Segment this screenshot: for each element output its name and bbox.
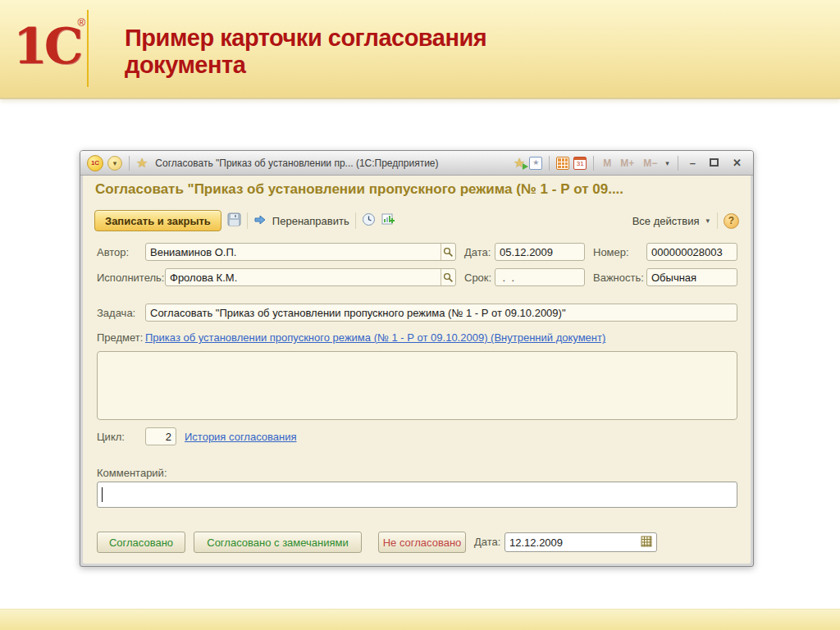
toolbar-separator xyxy=(355,212,356,229)
approved-with-remarks-button[interactable]: Согласовано с замечаниями xyxy=(194,532,362,553)
cycle-label: Цикл: xyxy=(97,431,125,443)
comment-input[interactable] xyxy=(97,482,737,508)
titlebar-separator xyxy=(678,156,678,171)
magnifier-icon xyxy=(443,272,454,283)
subject-label: Предмет: xyxy=(97,331,143,344)
importance-input[interactable]: Обычная xyxy=(646,268,737,286)
all-actions-button[interactable]: Все действия ▾ xyxy=(632,215,711,227)
chevron-down-icon: ▾ xyxy=(704,217,711,225)
footer-date-input[interactable]: 12.12.2009 xyxy=(504,532,657,552)
minimize-button[interactable]: – xyxy=(685,158,701,168)
slide-title-line1: Пример карточки согласования xyxy=(125,25,486,52)
date-input[interactable]: 05.12.2009 xyxy=(495,243,585,261)
memory-m-button[interactable]: М xyxy=(600,158,614,169)
number-label: Номер: xyxy=(593,246,629,258)
titlebar-separator xyxy=(549,156,550,171)
registered-mark: ® xyxy=(77,16,85,29)
slide-title: Пример карточки согласования документа xyxy=(125,25,486,80)
maximize-icon xyxy=(710,158,719,167)
author-input[interactable]: Вениаминов О.П. xyxy=(145,243,456,261)
slide-title-line2: документа xyxy=(125,52,486,79)
magnifier-icon xyxy=(443,247,454,258)
green-arrow-icon xyxy=(523,163,528,170)
importance-label: Важность: xyxy=(593,272,644,284)
footer-date-label: Дата: xyxy=(474,536,500,548)
save-icon[interactable] xyxy=(227,212,241,229)
banner-divider xyxy=(87,10,89,87)
maximize-button[interactable] xyxy=(705,158,724,168)
window-title: Согласовать "Приказ об установлении пр..… xyxy=(155,158,438,169)
titlebar-separator xyxy=(593,156,594,171)
executor-input[interactable]: Фролова К.М. xyxy=(165,268,456,286)
author-label: Автор: xyxy=(97,246,129,258)
more-tools-chevron-icon[interactable]: ▾ xyxy=(664,159,671,167)
form-title: Согласовать "Приказ об установлении проп… xyxy=(95,181,739,198)
form-client-area: Согласовать "Приказ об установлении проп… xyxy=(83,176,751,564)
new-report-icon[interactable] xyxy=(381,212,395,229)
1c-app-icon[interactable]: 1С xyxy=(87,155,103,171)
add-to-favorites-icon[interactable]: ★ xyxy=(514,157,525,170)
save-and-close-button[interactable]: Записать и закрыть xyxy=(94,210,221,231)
titlebar-separator xyxy=(129,156,130,171)
1c-logo-text: 1С xyxy=(13,17,80,75)
clock-icon[interactable] xyxy=(362,212,376,229)
approval-history-link[interactable]: История согласования xyxy=(185,431,297,443)
subject-link[interactable]: Приказ об установлении пропускного режим… xyxy=(145,331,605,344)
form-toolbar: Записать и закрыть Перенаправить xyxy=(94,208,739,233)
close-button[interactable]: ✕ xyxy=(728,158,746,168)
memory-mminus-button[interactable]: М− xyxy=(641,158,660,169)
presentation-slide: 1С ® Пример карточки согласования докуме… xyxy=(0,0,840,630)
favorites-list-icon[interactable]: ★ xyxy=(529,157,542,170)
calculator-icon[interactable] xyxy=(556,157,569,170)
executor-label: Исполнитель: xyxy=(97,272,164,284)
task-label: Задача: xyxy=(97,307,135,319)
term-label: Срок: xyxy=(464,272,491,284)
1c-company-logo: 1С ® xyxy=(13,15,84,80)
toolbar-separator xyxy=(717,212,718,229)
1c-window: 1С ▾ ★ Согласовать "Приказ об установлен… xyxy=(80,150,754,567)
chevron-down-icon: ▾ xyxy=(113,159,117,167)
help-button[interactable]: ? xyxy=(724,213,739,229)
system-menu-button[interactable]: ▾ xyxy=(107,156,122,171)
date-label: Дата: xyxy=(464,246,491,258)
executor-lookup-button[interactable] xyxy=(441,268,455,286)
calendar-icon[interactable]: 31 xyxy=(573,157,587,170)
bottom-banner xyxy=(0,609,840,630)
top-banner: 1С ® Пример карточки согласования докуме… xyxy=(0,0,840,99)
calendar-picker-icon[interactable] xyxy=(641,536,652,550)
cycle-input[interactable]: 2 xyxy=(145,427,176,445)
term-input[interactable]: . . xyxy=(495,268,585,286)
description-textarea[interactable] xyxy=(97,351,737,420)
approved-button[interactable]: Согласовано xyxy=(97,532,185,553)
not-approved-button[interactable]: Не согласовано xyxy=(378,532,466,553)
comment-label: Комментарий: xyxy=(97,467,167,479)
author-lookup-button[interactable] xyxy=(441,243,455,261)
app-icon-text: 1С xyxy=(91,159,99,167)
redirect-arrow-icon xyxy=(253,214,267,228)
task-input[interactable]: Согласовать "Приказ об установлении проп… xyxy=(145,304,737,322)
window-titlebar[interactable]: 1С ▾ ★ Согласовать "Приказ об установлен… xyxy=(80,151,753,176)
text-cursor xyxy=(102,487,103,502)
toolbar-separator xyxy=(247,212,248,229)
redirect-button[interactable]: Перенаправить xyxy=(272,215,349,227)
favorites-star-icon[interactable]: ★ xyxy=(136,157,148,170)
number-input[interactable]: 000000028003 xyxy=(646,243,737,261)
memory-mplus-button[interactable]: М+ xyxy=(618,158,637,169)
